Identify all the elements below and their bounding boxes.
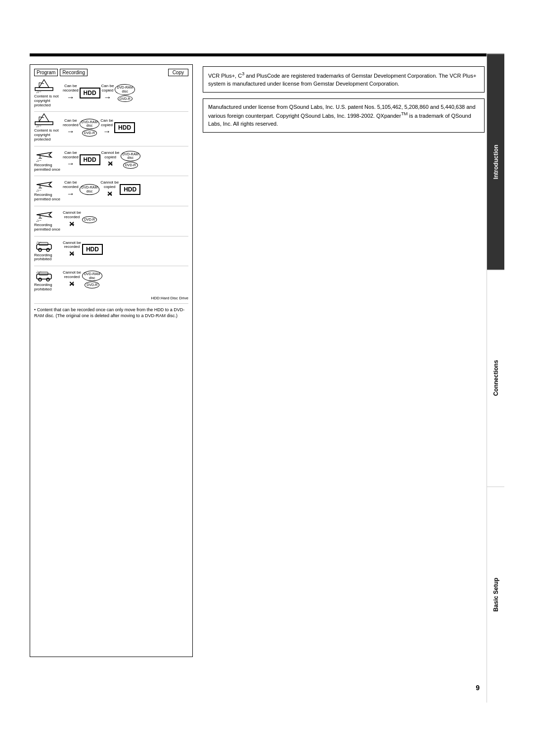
x-arrow-5: → ✕: [66, 220, 78, 229]
cannot-be-copied-3: Cannot becopied: [101, 151, 120, 160]
arrow-1: →: [67, 93, 75, 102]
plane-icon-3: ♩♪~: [34, 207, 54, 222]
ship-icon-2: ♩♪~: [34, 113, 54, 128]
diagram-row-4: ♩♪~ Recordingpermitted once Can berecord…: [34, 177, 188, 202]
prog-icon-2: ♩♪~ Content is not copyrightprotected: [34, 113, 63, 142]
diagram-row-2: ♩♪~ Content is not copyrightprotected Ca…: [34, 113, 188, 142]
prog-label-2: Content is not copyrightprotected: [34, 129, 63, 142]
dvd-r-1: DVD-R: [118, 95, 133, 102]
action-col-6: Cannot berecorded → ✕: [63, 241, 81, 259]
action-col-2: Can berecorded →: [63, 119, 79, 137]
hdd-box-3: HDD: [80, 154, 100, 165]
svg-text:♩♪~: ♩♪~: [36, 270, 42, 274]
x-arrow-3: → ✕: [104, 159, 116, 168]
disc-stack-2: DVD-RAMdisc DVD-R: [80, 119, 100, 137]
dvd-r-5: DVD-R: [82, 216, 97, 223]
dvd-r-2: DVD-R: [82, 130, 97, 137]
flow-1: Can berecorded → HDD Can becopied → DVD-…: [63, 84, 188, 102]
cannot-be-recorded-6: Cannot berecorded: [63, 241, 81, 250]
arrow-3: →: [67, 159, 75, 168]
svg-text:♩♪~: ♩♪~: [36, 124, 42, 128]
diagram-row-1: ♩♪~ Content is not copyrightprotected Ca…: [34, 79, 188, 107]
hdd-box-4: HDD: [120, 184, 140, 195]
sidebar-section-introduction: Introduction: [487, 53, 504, 270]
prog-icon-5: ♩♪~ Recordingpermitted once: [34, 207, 63, 232]
diagram-row-6: ♩♪~ Recording prohibited Cannot berecord…: [34, 237, 188, 262]
action-col-1: Can berecorded →: [63, 84, 79, 102]
prog-label-4: Recordingpermitted once: [34, 193, 60, 202]
x-arrow-7: → ✕: [66, 280, 78, 288]
main-content: Program Recording Copy ♩♪~ Content is no…: [30, 64, 485, 657]
arrow-4: →: [67, 189, 75, 198]
plane-icon-1: ♩♪~: [34, 147, 54, 162]
cannot-be-copied-4: Cannot becopied: [100, 181, 119, 189]
copy-arrow-2: →: [103, 127, 111, 136]
can-be-recorded-1: Can berecorded: [63, 84, 79, 93]
svg-text:♩♪~: ♩♪~: [36, 90, 42, 94]
action-col-3: Can berecorded →: [63, 151, 79, 169]
can-be-copied-1: Can becopied: [101, 84, 114, 93]
col-header-recording: Recording: [60, 69, 88, 76]
action-col-4: Can berecorded →: [63, 181, 79, 198]
action-col-7: Cannot berecorded → ✕: [63, 271, 81, 288]
text-block-qsound: Manufactured under license from QSound L…: [203, 98, 485, 133]
can-be-recorded-3: Can berecorded: [63, 151, 79, 160]
vcr-plus-text: VCR Plus+, C3 and PlusCode are registere…: [208, 71, 479, 88]
cannot-be-recorded-7: Cannot berecorded: [63, 271, 81, 280]
dvd-ram-disc-2: DVD-RAMdisc: [80, 119, 100, 129]
hdd-box-6: HDD: [82, 244, 103, 255]
dvd-ram-disc-1: DVD-RAMdisc: [115, 84, 135, 94]
svg-text:♩♪~: ♩♪~: [36, 240, 42, 244]
can-be-copied-2: Can becopied: [100, 119, 113, 128]
note-box: • Content that can be recorded once can …: [34, 303, 188, 319]
svg-point-21: [39, 248, 42, 251]
svg-point-26: [39, 278, 42, 281]
arrow-2: →: [67, 127, 75, 136]
ship-icon-1: ♩♪~: [34, 79, 54, 94]
flow-4: Can berecorded → DVD-RAMdisc Cannot beco…: [63, 181, 188, 198]
flow-5: Cannot berecorded → ✕ DVD-R: [63, 211, 188, 229]
diagram-row-3: ♩♪~ Recordingpermitted once Can berecord…: [34, 147, 188, 172]
prog-label-7: Recording prohibited: [34, 283, 63, 292]
action-col-5: Cannot berecorded → ✕: [63, 211, 81, 229]
sidebar-section-basic-setup: Basic Setup: [487, 486, 504, 703]
sidebar-section-connections: Connections: [487, 270, 504, 486]
flow-2: Can berecorded → DVD-RAMdisc DVD-R Can b…: [63, 119, 188, 137]
dvd-r-3: DVD-R: [123, 162, 138, 169]
right-sidebar: Introduction Connections Basic Setup: [487, 53, 504, 703]
diagram-row-5: ♩♪~ Recordingpermitted once Cannot berec…: [34, 207, 188, 232]
disc-stack-4: DVD-RAMdisc: [80, 184, 100, 194]
x-arrow-6: → ✕: [66, 249, 78, 258]
copy-arrow-1: →: [103, 93, 111, 102]
qsound-text: Manufactured under license from QSound L…: [208, 103, 479, 128]
top-bar: [30, 53, 504, 56]
prog-icon-1: ♩♪~ Content is not copyrightprotected: [34, 79, 63, 107]
col-header-copy: Copy: [168, 69, 188, 76]
copy-col-2: Can becopied →: [100, 119, 113, 137]
car-icon-1: ♩♪~: [34, 237, 54, 252]
dvd-ram-disc-4: DVD-RAMdisc: [80, 184, 100, 194]
svg-text:♩♪~: ♩♪~: [36, 159, 42, 162]
prog-label-6: Recording prohibited: [34, 253, 63, 262]
disc-stack-3: DVD-RAMdisc DVD-R: [121, 151, 141, 169]
dvd-r-7: DVD-R: [85, 282, 99, 288]
dvd-ram-disc-7: DVD-RAMdisc: [82, 271, 102, 281]
car-icon-2: ♩♪~: [34, 267, 54, 282]
note-text: Content that can be recorded once can on…: [34, 307, 184, 319]
flow-7: Cannot berecorded → ✕ DVD-RAMdisc DVD-R: [63, 271, 188, 288]
flow-6: Cannot berecorded → ✕ HDD: [63, 241, 188, 259]
hdd-box-2: HDD: [114, 122, 135, 133]
text-panel: VCR Plus+, C3 and PlusCode are registere…: [203, 64, 485, 657]
plane-icon-2: ♩♪~: [34, 177, 54, 192]
can-be-recorded-4: Can berecorded: [63, 181, 79, 189]
prog-icon-4: ♩♪~ Recordingpermitted once: [34, 177, 63, 202]
disc-stack-1: DVD-RAMdisc DVD-R: [115, 84, 135, 102]
cannot-be-recorded-5: Cannot berecorded: [63, 211, 81, 220]
page-number: 9: [476, 684, 480, 692]
flow-3: Can berecorded → HDD Cannot becopied → ✕…: [63, 151, 188, 169]
copy-col-1: Can becopied →: [101, 84, 114, 102]
prog-label-5: Recordingpermitted once: [34, 223, 60, 232]
dvd-ram-disc-3: DVD-RAMdisc: [121, 151, 141, 161]
col-header-program: Program: [34, 69, 58, 76]
prog-icon-6: ♩♪~ Recording prohibited: [34, 237, 63, 262]
